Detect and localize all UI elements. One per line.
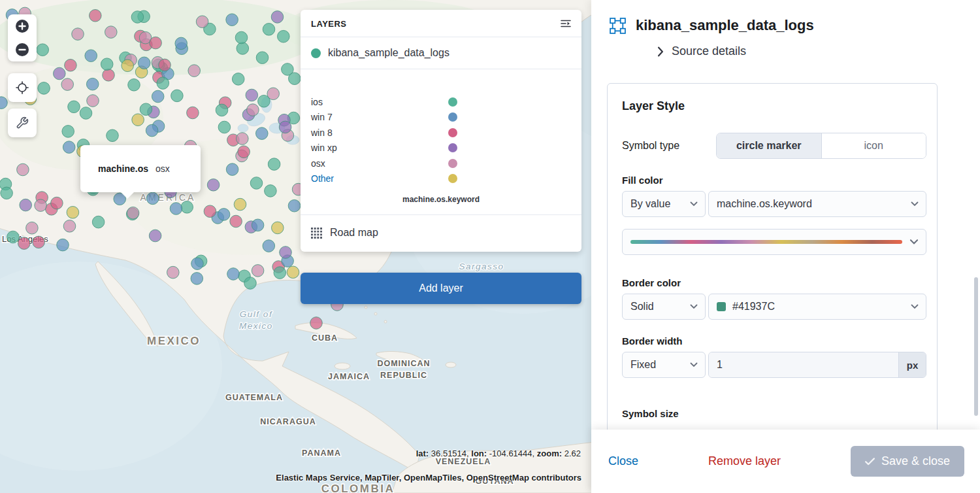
map-marker[interactable]: [268, 158, 280, 171]
map-marker[interactable]: [250, 177, 263, 190]
map-marker[interactable]: [51, 197, 63, 209]
fill-field-select[interactable]: machine.os.keyword: [708, 191, 926, 217]
map-marker[interactable]: [63, 141, 75, 154]
save-and-close-button[interactable]: Save & close: [851, 446, 964, 477]
map-marker[interactable]: [33, 236, 45, 248]
border-mode-select[interactable]: Solid: [622, 294, 706, 320]
map-marker[interactable]: [57, 239, 69, 251]
map-marker[interactable]: [238, 146, 250, 158]
map-marker[interactable]: [244, 277, 257, 290]
map-marker[interactable]: [265, 185, 277, 197]
map-marker[interactable]: [1, 187, 13, 199]
map-marker[interactable]: [101, 58, 113, 71]
flyout-scrollbar[interactable]: [974, 277, 978, 416]
map-marker[interactable]: [170, 203, 182, 215]
map-marker[interactable]: [256, 128, 269, 140]
fit-to-data-button[interactable]: [8, 73, 37, 102]
map-marker[interactable]: [226, 14, 238, 26]
map-marker[interactable]: [232, 73, 244, 86]
map-marker[interactable]: [68, 101, 80, 113]
map-marker[interactable]: [280, 246, 292, 259]
map-marker[interactable]: [63, 220, 76, 233]
map-marker[interactable]: [152, 90, 164, 103]
base-layer-row[interactable]: Road map: [301, 214, 581, 252]
map-marker[interactable]: [128, 79, 140, 92]
border-width-mode-select[interactable]: Fixed: [622, 352, 706, 378]
map-marker[interactable]: [146, 192, 159, 205]
add-layer-button[interactable]: Add layer: [301, 273, 581, 304]
map-marker[interactable]: [131, 11, 144, 24]
border-width-input[interactable]: [709, 352, 898, 377]
map-marker[interactable]: [287, 266, 299, 279]
map-marker[interactable]: [127, 207, 139, 219]
map-marker[interactable]: [289, 73, 301, 85]
map-marker[interactable]: [247, 104, 259, 116]
map-marker[interactable]: [38, 82, 50, 95]
collapse-layers-icon[interactable]: [561, 18, 571, 29]
map-marker[interactable]: [17, 163, 29, 176]
map-marker[interactable]: [7, 231, 20, 243]
map-marker[interactable]: [18, 237, 31, 250]
map-marker[interactable]: [191, 273, 203, 285]
map-marker[interactable]: [191, 258, 204, 270]
map-marker[interactable]: [267, 88, 280, 100]
map-marker[interactable]: [196, 16, 208, 28]
map-marker[interactable]: [20, 199, 32, 211]
symbol-circle-marker-button[interactable]: circle marker: [717, 133, 822, 158]
map-marker[interactable]: [61, 78, 74, 91]
map-marker[interactable]: [54, 67, 66, 80]
map-marker[interactable]: [87, 95, 99, 107]
map-marker[interactable]: [90, 9, 102, 22]
map-marker[interactable]: [187, 107, 199, 119]
map-marker[interactable]: [159, 59, 171, 71]
map-marker[interactable]: [204, 205, 216, 218]
tools-button[interactable]: [8, 109, 37, 137]
map-marker[interactable]: [237, 133, 249, 145]
map-marker[interactable]: [310, 317, 323, 330]
map-marker[interactable]: [92, 216, 105, 228]
map-marker[interactable]: [157, 77, 169, 90]
map-marker[interactable]: [234, 198, 246, 211]
symbol-icon-button[interactable]: icon: [822, 133, 926, 158]
map-marker[interactable]: [230, 215, 242, 228]
map-marker[interactable]: [235, 31, 248, 44]
map-marker[interactable]: [132, 114, 144, 126]
source-details-toggle[interactable]: Source details: [610, 34, 962, 65]
map-marker[interactable]: [105, 26, 118, 39]
map-marker[interactable]: [181, 201, 193, 214]
map-marker[interactable]: [218, 121, 231, 133]
remove-layer-button[interactable]: Remove layer: [708, 454, 781, 468]
map-marker[interactable]: [80, 107, 92, 120]
map-marker[interactable]: [271, 11, 284, 24]
map-marker[interactable]: [35, 199, 47, 212]
map-marker[interactable]: [188, 65, 201, 77]
layer-row[interactable]: kibana_sample_data_logs: [301, 37, 581, 69]
map-marker[interactable]: [67, 207, 79, 219]
map-marker[interactable]: [175, 37, 188, 50]
map-marker[interactable]: [237, 42, 249, 55]
map-marker[interactable]: [274, 267, 286, 279]
map-marker[interactable]: [226, 163, 238, 176]
map-marker[interactable]: [227, 268, 240, 280]
map-marker[interactable]: [138, 57, 150, 69]
map-marker[interactable]: [150, 37, 162, 49]
map-marker[interactable]: [171, 90, 184, 102]
map-marker[interactable]: [272, 222, 284, 234]
map-marker[interactable]: [263, 24, 275, 36]
map-marker[interactable]: [252, 219, 264, 231]
map-marker[interactable]: [149, 230, 161, 242]
map-marker[interactable]: [216, 104, 228, 116]
map-marker[interactable]: [207, 179, 220, 192]
zoom-out-button[interactable]: [8, 38, 37, 61]
map-marker[interactable]: [140, 103, 152, 116]
map-marker[interactable]: [85, 50, 97, 62]
border-color-select[interactable]: #41937C: [708, 294, 926, 320]
map-marker[interactable]: [252, 265, 264, 277]
map-marker[interactable]: [218, 209, 230, 221]
map-canvas[interactable]: Los AngelesAMERICAMEXICOCUBAJAMAICADOMIN…: [0, 0, 591, 493]
legend-other-link[interactable]: Other: [311, 173, 448, 184]
map-marker[interactable]: [278, 30, 290, 42]
map-marker[interactable]: [288, 199, 301, 212]
map-marker[interactable]: [106, 129, 119, 142]
map-marker[interactable]: [279, 121, 291, 133]
